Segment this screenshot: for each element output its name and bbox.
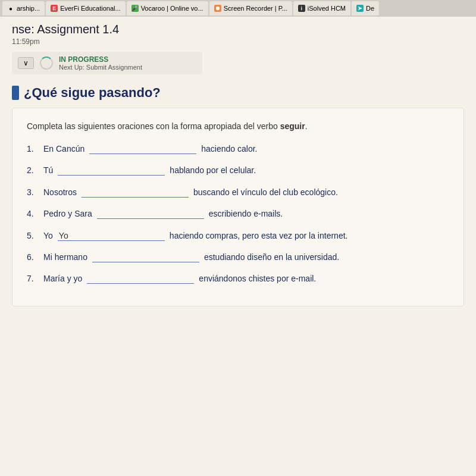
item-3-subject: Nosotros (43, 186, 77, 199)
item-1-input[interactable] (89, 144, 196, 154)
exercise-item-1: 1. En Cancún haciendo calor. (27, 142, 449, 155)
item-6-subject: Mi hermano (43, 250, 87, 264)
page-content: nse: Assignment 1.4 11:59pm ∨ IN PROGRES… (0, 17, 476, 476)
item-7-rest: enviándonos chistes por e-mail. (199, 272, 449, 285)
item-4-number: 4. (27, 207, 39, 220)
exercise-item-2: 2. Tú hablando por el celular. (27, 164, 449, 177)
item-2-input[interactable] (58, 165, 165, 176)
tab-6-icon: ➤ (356, 5, 364, 12)
item-5-input[interactable] (58, 231, 165, 241)
section-title: ¿Qué sigue pasando? (24, 85, 161, 101)
tab-3[interactable]: 🎤 Vocaroo | Online vo... (127, 1, 208, 15)
tab-4-label: Screen Recorder | P... (224, 5, 287, 12)
item-2-number: 2. (27, 164, 39, 177)
item-7-number: 7. (27, 272, 39, 285)
item-7-input[interactable] (87, 274, 194, 284)
in-progress-label: IN PROGRESS (59, 55, 142, 64)
tab-1-label: arship... (17, 5, 40, 12)
progress-text: IN PROGRESS Next Up: Submit Assignment (59, 55, 142, 71)
tab-5[interactable]: i iSolved HCM (293, 1, 350, 15)
item-4-input[interactable] (97, 209, 204, 219)
tab-2[interactable]: E EverFi Educational... (46, 1, 126, 15)
exercise-item-3: 3. Nosotros buscando el vínculo del club… (27, 186, 449, 199)
item-5-number: 5. (27, 229, 39, 242)
next-up-label: Next Up: Submit Assignment (59, 64, 142, 71)
item-6-number: 6. (27, 250, 39, 264)
item-4-rest: escribiendo e-mails. (209, 207, 449, 220)
tab-4-icon: ⏺ (214, 5, 221, 12)
page-title: nse: Assignment 1.4 (12, 23, 464, 36)
tab-1-icon: ● (7, 5, 14, 12)
instructions: Completa las siguientes oraciones con la… (27, 120, 449, 133)
browser-tabs-bar: ● arship... E EverFi Educational... 🎤 Vo… (0, 0, 476, 17)
tab-5-icon: i (298, 5, 305, 12)
tab-3-label: Vocaroo | Online vo... (141, 5, 203, 12)
section-header: ¿Qué sigue pasando? (12, 85, 464, 101)
exercise-item-5: 5. Yo haciendo compras, pero esta vez po… (27, 229, 449, 242)
progress-circle (40, 57, 53, 70)
item-3-rest: buscando el vínculo del club ecológico. (193, 186, 449, 199)
item-3-number: 3. (27, 186, 39, 199)
exercise-item-7: 7. María y yo enviándonos chistes por e-… (27, 272, 449, 285)
item-1-subject: En Cancún (43, 142, 84, 155)
exercise-container: Completa las siguientes oraciones con la… (12, 108, 464, 306)
tab-6-label: De (366, 5, 374, 12)
tab-6[interactable]: ➤ De (352, 1, 379, 15)
tab-5-label: iSolved HCM (308, 5, 346, 12)
exercise-item-4: 4. Pedro y Sara escribiendo e-mails. (27, 207, 449, 220)
item-3-input[interactable] (82, 187, 189, 198)
item-4-subject: Pedro y Sara (43, 207, 92, 220)
item-5-subject: Yo (43, 229, 53, 242)
item-2-rest: hablando por el celular. (170, 164, 449, 177)
tab-2-label: EverFi Educational... (60, 5, 121, 12)
due-date: 11:59pm (12, 37, 464, 46)
tab-3-icon: 🎤 (131, 5, 139, 12)
item-6-input[interactable] (92, 252, 199, 262)
progress-bar: ∨ IN PROGRESS Next Up: Submit Assignment (12, 52, 202, 74)
tab-2-icon: E (51, 5, 58, 12)
tab-1[interactable]: ● arship... (2, 1, 45, 15)
item-5-rest: haciendo compras, pero esta vez por la i… (170, 229, 449, 242)
dropdown-button[interactable]: ∨ (18, 57, 34, 69)
item-6-rest: estudiando diseño en la universidad. (204, 250, 449, 264)
bold-verb: seguir (280, 121, 305, 131)
item-1-number: 1. (27, 142, 39, 155)
item-1-rest: haciendo calor. (201, 142, 449, 155)
item-7-subject: María y yo (43, 272, 82, 285)
section-dot (12, 86, 19, 100)
tab-4[interactable]: ⏺ Screen Recorder | P... (209, 1, 292, 15)
exercise-item-6: 6. Mi hermano estudiando diseño en la un… (27, 250, 449, 264)
item-2-subject: Tú (43, 164, 53, 177)
